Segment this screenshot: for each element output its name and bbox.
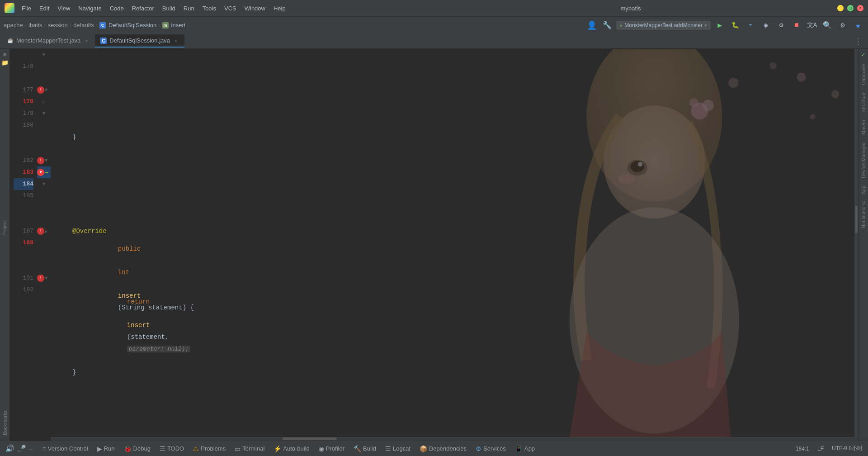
logcat-button[interactable]: ☰ Logcat <box>381 443 415 454</box>
main-layout: ≡ 📁 Bookmarks <box>0 49 868 441</box>
app-title: mybatis <box>428 5 834 12</box>
fold-icon-183[interactable]: ▼ <box>45 158 48 163</box>
settings-button[interactable]: ⚙ <box>836 19 849 32</box>
breakpoint-192[interactable]: ! <box>37 275 44 282</box>
code-content: } @Override public int insert ( <box>51 49 858 441</box>
menu-edit[interactable]: Edit <box>36 3 53 14</box>
run-config-selector[interactable]: ● MonsterMapperTest.addMonster ▾ <box>616 21 711 30</box>
tab-close-0[interactable]: × <box>83 38 90 44</box>
dependencies-label: Dependencies <box>429 445 467 452</box>
sidebar-notifications[interactable]: Notifications <box>859 198 868 232</box>
menu-build[interactable]: Build <box>159 3 179 14</box>
minimize-button[interactable]: − <box>837 5 844 11</box>
profile-button[interactable]: ◉ <box>760 19 772 32</box>
auto-build-button[interactable]: ⚡ Auto-build <box>269 443 314 454</box>
fold-icon-185[interactable]: ▼ <box>42 181 46 187</box>
fold-icon[interactable]: ▼ <box>42 52 46 57</box>
breakpoint-188[interactable]: ! <box>37 228 44 235</box>
breadcrumb-session[interactable]: session <box>48 22 68 28</box>
fold-icon-188[interactable]: ▶ <box>45 228 48 234</box>
sidebar-folder-icon[interactable]: 📁 <box>1 59 9 67</box>
problems-button[interactable]: ⚠ Problems <box>189 443 230 454</box>
tabs-bar: ☕ MonsterMapperTest.java × C DefaultSqlS… <box>0 33 868 49</box>
sidebar-device-manager[interactable]: Device Manager <box>859 138 868 182</box>
services-button[interactable]: ⚙ Services <box>471 443 510 454</box>
tabs-more-button[interactable]: ⋮ <box>851 34 866 48</box>
breadcrumb-ibatis[interactable]: ibatis <box>28 22 42 28</box>
scrollbar-thumb-v[interactable] <box>855 206 858 233</box>
breakpoint-184[interactable]: ♥ <box>37 169 44 176</box>
tab-monster-mapper[interactable]: ☕ MonsterMapperTest.java × <box>2 34 95 48</box>
tab-close-1[interactable]: × <box>173 38 179 44</box>
breadcrumb-defaults[interactable]: defaults <box>73 22 94 28</box>
build-button[interactable]: 🔨 Build <box>349 443 381 454</box>
line-ending-indicator[interactable]: LF <box>814 444 827 454</box>
coverage-button[interactable]: ☂ <box>744 19 757 32</box>
menu-help[interactable]: Help <box>270 3 289 14</box>
search-button[interactable]: 🔍 <box>821 19 834 32</box>
project-sidebar-label[interactable]: Project <box>0 217 9 239</box>
menu-file[interactable]: File <box>18 3 35 14</box>
run-button[interactable]: ▶ <box>713 19 726 32</box>
sidebar-maven[interactable]: Maven <box>859 116 868 138</box>
menu-tools[interactable]: Tools <box>199 3 220 14</box>
debug-panel-button[interactable]: 🐞 Debug <box>119 443 155 454</box>
run-config-label: MonsterMapperTest.addMonster <box>624 22 703 28</box>
version-control-label: Version Control <box>48 445 88 452</box>
more-button[interactable]: ··· <box>29 445 34 452</box>
breadcrumb-class[interactable]: DefaultSqlSession <box>108 22 156 28</box>
tab-label-0: MonsterMapperTest.java <box>16 37 80 44</box>
menu-refactor[interactable]: Refactor <box>128 3 158 14</box>
todo-label: TODO <box>167 445 184 452</box>
close-button[interactable]: × <box>857 5 863 11</box>
code-line-178: public int insert (String statement) { <box>51 272 858 284</box>
mic-icon[interactable]: 🎤 <box>17 444 26 453</box>
menu-vcs[interactable]: VCS <box>221 3 240 14</box>
run-panel-button[interactable]: ▶ Run <box>93 443 119 454</box>
bookmarks-label[interactable]: Bookmarks <box>0 407 9 439</box>
run-panel-icon: ▶ <box>97 445 102 452</box>
dependencies-button[interactable]: 📦 Dependencies <box>415 443 471 454</box>
menu-code[interactable]: Code <box>106 3 127 14</box>
sidebar-database[interactable]: Database <box>859 60 868 89</box>
breadcrumb-method[interactable]: insert <box>171 22 186 28</box>
position-indicator[interactable]: 184:1 <box>792 444 813 454</box>
vertical-scrollbar[interactable] <box>854 49 858 441</box>
fold-icon-178[interactable]: ▼ <box>45 87 48 93</box>
settings-config-button[interactable]: ⚙ <box>775 19 788 32</box>
updates-button[interactable]: ★ <box>852 19 864 32</box>
charset-indicator[interactable]: UTF-8 8小时 <box>828 443 866 454</box>
stop-button[interactable]: ■ <box>790 19 803 32</box>
debug-icon[interactable]: 🐛 <box>729 19 741 32</box>
app-button[interactable]: 📱 App <box>510 443 539 454</box>
method-icon: m <box>162 22 169 28</box>
version-control-button[interactable]: ≡ Version Control <box>38 443 93 454</box>
fold-icon-179[interactable]: ▷ <box>42 99 46 105</box>
menu-run[interactable]: Run <box>180 3 198 14</box>
run-panel-label: Run <box>104 445 115 452</box>
fold-icon-180[interactable]: ▼ <box>42 111 46 116</box>
breadcrumb-apache[interactable]: apache <box>4 22 23 28</box>
version-control-icon: ≡ <box>42 445 46 452</box>
user-button[interactable]: 👤 <box>585 19 598 32</box>
profiler-button[interactable]: ◉ Profiler <box>314 443 349 454</box>
breakpoint-178[interactable]: ! <box>37 86 44 94</box>
sidebar-app[interactable]: App <box>859 182 868 198</box>
sidebar-structure[interactable]: Structure <box>859 89 868 116</box>
speaker-icon[interactable]: 🔊 <box>5 444 14 453</box>
menu-navigate[interactable]: Navigate <box>75 3 105 14</box>
problems-label: Problems <box>201 445 226 452</box>
menu-window[interactable]: Window <box>241 3 269 14</box>
bookmarks-sidebar: ≡ 📁 Bookmarks <box>0 49 10 441</box>
terminal-button[interactable]: ▭ Terminal <box>230 443 269 454</box>
back-button[interactable]: 🔧 <box>601 19 613 32</box>
translation-button[interactable]: 文A <box>806 19 818 32</box>
fold-icon-192[interactable]: ▼ <box>45 276 48 281</box>
menu-view[interactable]: View <box>54 3 74 14</box>
logcat-icon: ☰ <box>385 445 391 452</box>
breakpoint-183[interactable]: ! <box>37 157 44 164</box>
maximize-button[interactable]: □ <box>847 5 854 11</box>
sidebar-top-icon[interactable]: ≡ <box>1 51 9 59</box>
todo-button[interactable]: ☰ TODO <box>155 443 189 454</box>
tab-default-sql-session[interactable]: C DefaultSqlSession.java × <box>95 34 184 48</box>
